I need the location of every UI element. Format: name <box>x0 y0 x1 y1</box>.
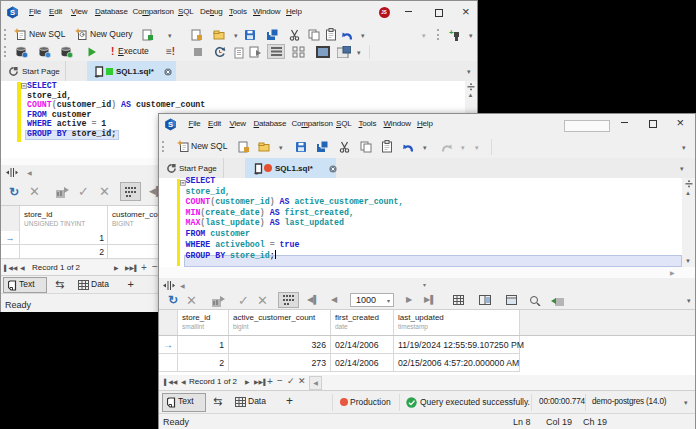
svg-text:S: S <box>10 8 15 17</box>
svg-text:S: S <box>168 120 173 129</box>
svg-text:+: + <box>449 28 454 37</box>
